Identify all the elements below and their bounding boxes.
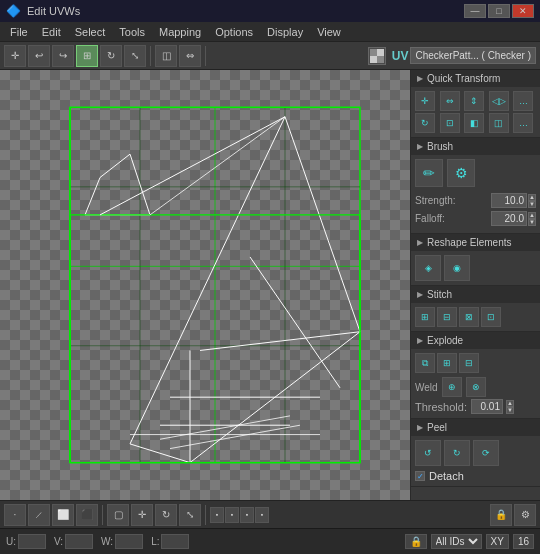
status-right: 🔒 All IDs XY 16 [405,534,534,549]
peel-2-btn[interactable]: ↻ [444,440,470,466]
stitch-header[interactable]: ▶ Stitch [411,286,540,303]
qt-more1-btn[interactable]: … [513,91,533,111]
btsep2 [205,505,206,525]
qt-rotate-btn[interactable]: ↻ [415,113,435,133]
reshape-body: ◈ ◉ [411,251,540,285]
brush-header[interactable]: ▶ Brush [411,138,540,155]
menu-edit[interactable]: Edit [36,24,67,40]
w-input[interactable] [115,534,143,549]
maximize-button[interactable]: □ [488,4,510,18]
menu-options[interactable]: Options [209,24,259,40]
tool-snap[interactable]: ◫ [155,45,177,67]
explode-1-btn[interactable]: ⧉ [415,353,435,373]
strength-up[interactable]: ▲ [528,194,536,201]
reshape-flatten-btn[interactable]: ◈ [415,255,441,281]
l-input[interactable] [161,534,189,549]
menu-bar: File Edit Select Tools Mapping Options D… [0,22,540,42]
qt-scale-v-btn[interactable]: ⇕ [464,91,484,111]
checker-icon [368,47,386,65]
tool-redo[interactable]: ↪ [52,45,74,67]
bt-poly-btn[interactable]: ⬜ [52,504,74,526]
bt-move2-btn[interactable]: ✛ [131,504,153,526]
status-bar: U: V: W: L: 🔒 All IDs XY 16 [0,528,540,554]
bt-edge-btn[interactable]: ⟋ [28,504,50,526]
peel-label: Peel [427,422,447,433]
tool-mirror[interactable]: ⇔ [179,45,201,67]
checker-label[interactable]: CheckerPatt... ( Checker ) [410,47,536,64]
brush-paint-btn[interactable]: ✏ [415,159,443,187]
tool-scale[interactable]: ⤡ [124,45,146,67]
bt-vertex-btn[interactable]: · [4,504,26,526]
explode-2-btn[interactable]: ⊞ [437,353,457,373]
threshold-down[interactable]: ▼ [506,407,514,414]
threshold-spinner: ▲ ▼ [506,400,514,414]
threshold-label: Threshold: [415,401,467,413]
qt-align-l-btn[interactable]: ◧ [464,113,484,133]
peel-3-btn[interactable]: ⟳ [473,440,499,466]
qt-freeform-btn[interactable]: ⊡ [440,113,460,133]
falloff-down[interactable]: ▼ [528,219,536,226]
peel-body: ↺ ↻ ⟳ ✓ Detach [411,436,540,486]
stitch-3-btn[interactable]: ⊠ [459,307,479,327]
tool-undo[interactable]: ↩ [28,45,50,67]
bt-select-btn[interactable]: ▢ [107,504,129,526]
qt-align-c-btn[interactable]: ◫ [489,113,509,133]
bt-s2[interactable]: ▪ [225,507,239,523]
falloff-up[interactable]: ▲ [528,212,536,219]
bt-s3[interactable]: ▪ [240,507,254,523]
peel-section: ▶ Peel ↺ ↻ ⟳ ✓ Detach [411,419,540,487]
falloff-row: Falloff: ▲ ▼ [415,211,536,226]
qt-mirror-h-btn[interactable]: ◁▷ [489,91,509,111]
minimize-button[interactable]: — [464,4,486,18]
explode-header[interactable]: ▶ Explode [411,332,540,349]
menu-mapping[interactable]: Mapping [153,24,207,40]
bt-s4[interactable]: ▪ [255,507,269,523]
weld-2-btn[interactable]: ⊗ [466,377,486,397]
bt-element-btn[interactable]: ⬛ [76,504,98,526]
close-button[interactable]: ✕ [512,4,534,18]
brush-smooth-btn[interactable]: ⚙ [447,159,475,187]
falloff-input[interactable] [491,211,527,226]
weld-1-btn[interactable]: ⊕ [442,377,462,397]
threshold-up[interactable]: ▲ [506,400,514,407]
main-area: ▶ Quick Transform ✛ ⇔ ⇕ ◁▷ … ↻ ⊡ ◧ ◫ … [0,70,540,500]
stitch-2-btn[interactable]: ⊟ [437,307,457,327]
strength-input[interactable] [491,193,527,208]
qt-scale-h-btn[interactable]: ⇔ [440,91,460,111]
menu-select[interactable]: Select [69,24,112,40]
stitch-label: Stitch [427,289,452,300]
qt-more2-btn[interactable]: … [513,113,533,133]
strength-down[interactable]: ▼ [528,201,536,208]
peel-icons: ↺ ↻ ⟳ [415,440,536,466]
all-ids-dropdown[interactable]: All IDs [431,534,482,549]
u-input[interactable] [18,534,46,549]
reshape-normalize-btn[interactable]: ◉ [444,255,470,281]
reshape-header[interactable]: ▶ Reshape Elements [411,234,540,251]
menu-file[interactable]: File [4,24,34,40]
bt-s1[interactable]: ▪ [210,507,224,523]
bt-scale2-btn[interactable]: ⤡ [179,504,201,526]
lock-icon[interactable]: 🔒 [405,534,427,549]
tool-move[interactable]: ⊞ [76,45,98,67]
stitch-1-btn[interactable]: ⊞ [415,307,435,327]
peel-1-btn[interactable]: ↺ [415,440,441,466]
menu-view[interactable]: View [311,24,347,40]
tool-rotate[interactable]: ↻ [100,45,122,67]
bt-settings-btn[interactable]: ⚙ [514,504,536,526]
quick-transform-header[interactable]: ▶ Quick Transform [411,70,540,87]
peel-header[interactable]: ▶ Peel [411,419,540,436]
bt-lock-btn[interactable]: 🔒 [490,504,512,526]
qt-move-btn[interactable]: ✛ [415,91,435,111]
detach-checkbox[interactable]: ✓ [415,471,425,481]
menu-display[interactable]: Display [261,24,309,40]
stitch-4-btn[interactable]: ⊡ [481,307,501,327]
v-input[interactable] [65,534,93,549]
tool-select[interactable]: ✛ [4,45,26,67]
uv-viewport[interactable] [0,70,410,500]
num-value[interactable]: 16 [513,534,534,549]
menu-tools[interactable]: Tools [113,24,151,40]
bt-rotate2-btn[interactable]: ↻ [155,504,177,526]
strength-row: Strength: ▲ ▼ [415,193,536,208]
threshold-input[interactable] [471,399,503,414]
explode-3-btn[interactable]: ⊟ [459,353,479,373]
